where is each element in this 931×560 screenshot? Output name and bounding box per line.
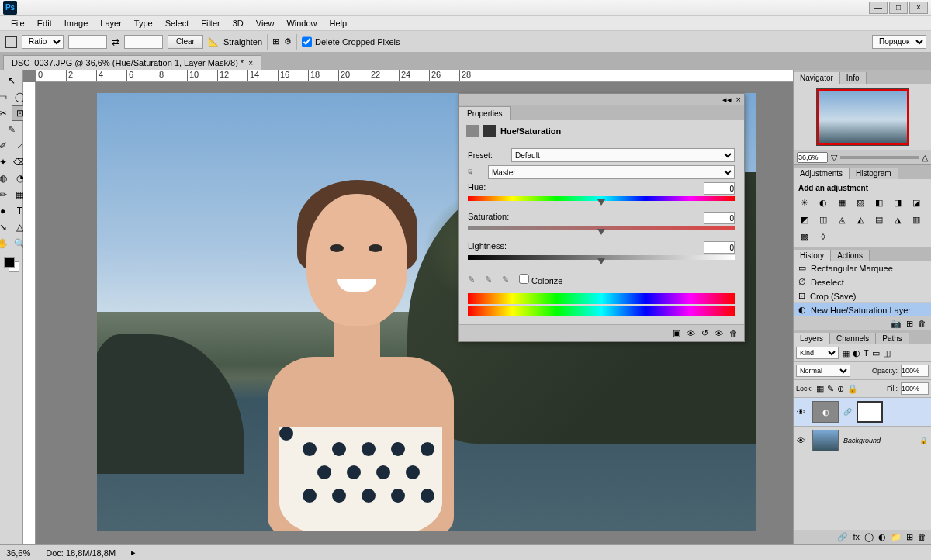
adj-bw-icon[interactable]: ◩ <box>798 214 811 225</box>
tab-info[interactable]: Info <box>840 72 867 84</box>
crop-width-input[interactable] <box>68 35 107 49</box>
menu-filter[interactable]: Filter <box>195 17 226 29</box>
filter-smart-icon[interactable]: ◫ <box>883 348 891 358</box>
overlay-icon[interactable]: ⊞ <box>272 36 279 47</box>
pen-tool[interactable]: ● <box>0 203 12 219</box>
tab-actions[interactable]: Actions <box>831 250 870 261</box>
panel-collapse-icon[interactable]: ◂◂ <box>722 95 732 105</box>
move-tool[interactable]: ↖ <box>3 73 20 88</box>
preset-select[interactable]: Default <box>511 148 735 162</box>
navigator-thumbnail[interactable] <box>816 88 909 146</box>
heal-tool[interactable]: ✐ <box>0 138 12 154</box>
layer-new-icon[interactable]: ⊞ <box>906 532 913 542</box>
menu-edit[interactable]: Edit <box>31 17 58 29</box>
filter-type-icon[interactable]: T <box>864 348 869 358</box>
eyedropper-plus-icon[interactable]: ✎ <box>485 275 496 285</box>
blend-mode-select[interactable]: Normal <box>796 365 850 377</box>
adj-invert-icon[interactable]: ▤ <box>873 214 885 225</box>
adj-colorbalance-icon[interactable]: ◪ <box>910 197 922 208</box>
adj-huesat-icon[interactable]: ◨ <box>891 197 904 208</box>
layer-link-icon[interactable]: 🔗 <box>837 532 848 542</box>
lightness-slider[interactable] <box>468 255 735 263</box>
menu-window[interactable]: Window <box>280 17 323 29</box>
saturation-slider[interactable] <box>468 226 735 233</box>
properties-panel[interactable]: ◂◂ × Properties Hue/Saturation Preset: D… <box>458 93 745 342</box>
delete-adjustment-icon[interactable]: 🗑 <box>729 329 738 338</box>
navigator-zoom-slider[interactable] <box>840 156 919 159</box>
zoom-out-icon[interactable]: ▽ <box>831 153 837 163</box>
close-tab-icon[interactable]: × <box>248 59 253 67</box>
lock-pixel-icon[interactable]: ✎ <box>827 384 834 394</box>
history-item[interactable]: ◐New Hue/Saturation Layer <box>794 303 931 317</box>
history-item[interactable]: ⊡Crop (Save) <box>794 289 931 303</box>
clear-button[interactable]: Clear <box>168 35 203 49</box>
adj-brightness-icon[interactable]: ☀ <box>798 197 811 208</box>
layer-background[interactable]: 👁 Background 🔒 <box>794 427 931 455</box>
gear-icon[interactable]: ⚙ <box>284 36 292 47</box>
tab-properties[interactable]: Properties <box>459 106 511 120</box>
filter-pixel-icon[interactable]: ▦ <box>842 348 850 358</box>
layer-fx-icon[interactable]: fx <box>853 532 860 541</box>
stamp-tool[interactable]: ✦ <box>0 154 12 170</box>
fill-input[interactable] <box>901 382 929 395</box>
menu-image[interactable]: Image <box>58 17 95 29</box>
saturation-input[interactable] <box>704 212 735 224</box>
tab-channels[interactable]: Channels <box>830 333 876 344</box>
link-icon[interactable]: 🔗 <box>843 408 852 416</box>
menu-layer[interactable]: Layer <box>94 17 128 29</box>
status-arrow-icon[interactable]: ▸ <box>131 548 136 558</box>
blur-tool[interactable]: ✏ <box>0 187 12 202</box>
menu-view[interactable]: View <box>250 17 281 29</box>
clip-layer-icon[interactable]: ▣ <box>673 328 680 338</box>
hand-tool[interactable]: ✋ <box>0 236 12 251</box>
target-adjust-icon[interactable]: ☟ <box>468 168 483 178</box>
history-item[interactable]: ▭Rectangular Marquee <box>794 261 931 275</box>
adj-selective-icon[interactable]: ◊ <box>817 231 829 242</box>
maximize-button[interactable]: □ <box>889 2 908 14</box>
menu-3d[interactable]: 3D <box>227 17 250 29</box>
close-button[interactable]: × <box>909 2 928 14</box>
filter-adj-icon[interactable]: ◐ <box>853 348 860 358</box>
layer-trash-icon[interactable]: 🗑 <box>918 532 926 541</box>
delete-cropped-checkbox[interactable]: Delete Cropped Pixels <box>302 35 400 49</box>
tab-history[interactable]: History <box>794 250 831 261</box>
marquee-tool[interactable]: ▭ <box>0 89 12 105</box>
visibility-icon[interactable]: 👁 <box>797 407 808 417</box>
adj-vibrance-icon[interactable]: ◧ <box>873 197 885 208</box>
history-trash-icon[interactable]: 🗑 <box>918 319 926 328</box>
history-snapshot-icon[interactable]: 📷 <box>891 319 902 329</box>
history-new-icon[interactable]: ⊞ <box>906 319 913 329</box>
panel-close-icon[interactable]: × <box>736 95 741 104</box>
path-tool[interactable]: ↘ <box>0 220 12 235</box>
navigator-zoom-input[interactable] <box>797 152 828 163</box>
adj-curves-icon[interactable]: ▦ <box>836 197 848 208</box>
minimize-button[interactable]: — <box>869 2 888 14</box>
straighten-label[interactable]: Straighten <box>223 37 262 47</box>
layer-group-icon[interactable]: 📁 <box>891 532 902 542</box>
opacity-input[interactable] <box>901 365 929 377</box>
adj-gradmap-icon[interactable]: ▩ <box>798 231 811 242</box>
filter-shape-icon[interactable]: ▭ <box>872 348 880 358</box>
tab-histogram[interactable]: Histogram <box>850 168 898 179</box>
adj-levels-icon[interactable]: ◐ <box>817 197 829 208</box>
straighten-icon[interactable]: 📐 <box>208 36 219 47</box>
eraser-tool[interactable]: ◍ <box>0 171 12 186</box>
eyedropper-minus-icon[interactable]: ✎ <box>502 275 513 285</box>
lock-pos-icon[interactable]: ⊕ <box>837 384 844 394</box>
eyedropper-tool[interactable]: ✎ <box>3 122 20 137</box>
adj-threshold-icon[interactable]: ▥ <box>910 214 922 225</box>
color-swatches[interactable] <box>4 257 19 272</box>
crop-mode-select[interactable]: Ratio <box>22 35 64 49</box>
adj-colorlookup-icon[interactable]: ◭ <box>854 214 867 225</box>
layer-filter-select[interactable]: Kind <box>796 347 839 359</box>
eyedropper-icon[interactable]: ✎ <box>468 275 479 285</box>
layer-huesat[interactable]: 👁 ◐ 🔗 <box>794 398 931 427</box>
status-zoom[interactable]: 36,6% <box>6 548 30 558</box>
tab-navigator[interactable]: Navigator <box>794 72 840 84</box>
workspace-select[interactable]: Порядок <box>872 35 926 49</box>
layer-adj-icon[interactable]: ◐ <box>878 532 886 542</box>
adj-channelmixer-icon[interactable]: ◬ <box>836 214 848 225</box>
crop-height-input[interactable] <box>124 35 163 49</box>
tab-paths[interactable]: Paths <box>876 333 909 344</box>
hue-slider[interactable] <box>468 196 735 204</box>
